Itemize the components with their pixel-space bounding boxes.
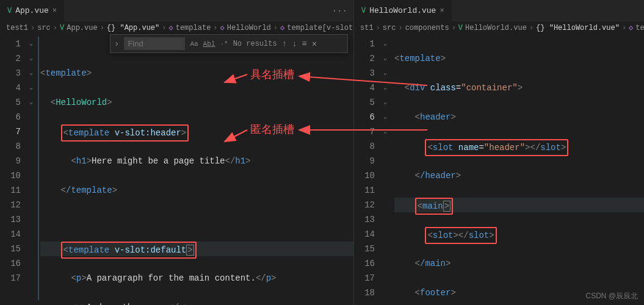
close-icon[interactable]: × [440,7,444,15]
close-icon[interactable]: × [52,7,57,15]
find-in-selection-icon[interactable]: ≡ [302,39,306,49]
find-bar: › Aa Abl ·* No results ↑ ↓ ≡ ✕ [110,34,348,53]
code-right[interactable]: <template> <div class="container"> <head… [392,34,644,305]
fold-gutter[interactable]: ⌄⌄⌄ ⌄ ⌄ [29,34,38,305]
close-find-icon[interactable]: ✕ [312,38,317,49]
regex[interactable]: ·* [220,40,228,48]
named-slot-usage: <template v-slot:header> [61,124,189,142]
annotation-anon-slot: 匿名插槽 [250,122,294,137]
tab-label: App.vue [15,6,49,15]
annotation-named-slot: 具名插槽 [250,67,294,82]
tabs-left: V App.vue × ··· [0,0,353,21]
match-word[interactable]: Abl [203,40,215,48]
match-case[interactable]: Aa [190,40,198,48]
breadcrumb-left[interactable]: test1› src› VApp.vue› {} "App.vue"› ◇tem… [0,21,353,34]
gutter-right: 123 456 789 101112 131415 161718 [354,34,383,305]
main-wrap: <main> [415,198,453,215]
gutter-left: 123 456 789 101112 131415 1617 [0,34,29,305]
editor-left[interactable]: 123 456 789 101112 131415 1617 ⌄⌄⌄ ⌄ ⌄ <… [0,34,353,305]
slot-header-def: <slot name="header"></slot> [425,139,568,156]
find-expand-icon[interactable]: › [114,39,119,49]
tab-app-vue[interactable]: V App.vue × [0,0,65,21]
vue-icon: V [361,7,366,15]
fold-gutter-right[interactable]: ⌄⌄⌄ ⌄⌄ ⌄⌄ [383,34,392,305]
tab-label: HelloWorld.vue [369,6,436,15]
tab-overflow[interactable]: ··· [326,0,353,21]
watermark: CSDN @辰辰北 [585,291,638,301]
find-results: No results [233,40,277,48]
prev-match-icon[interactable]: ↑ [282,39,287,49]
vue-icon: V [7,7,12,15]
code-left[interactable]: <template> <HelloWorld> <template v-slot… [38,34,353,305]
find-input[interactable] [124,37,185,50]
default-slot-usage: <template v-slot:default> [61,242,197,259]
editor-right[interactable]: 123 456 789 101112 131415 161718 ⌄⌄⌄ ⌄⌄ … [354,34,644,305]
slot-default-def: <slot></slot> [425,227,496,244]
tabs-right: V HelloWorld.vue × [354,0,644,21]
breadcrumb-right[interactable]: st1› src› components› VHelloWorld.vue› {… [354,21,644,34]
next-match-icon[interactable]: ↓ [292,39,297,49]
tab-helloworld-vue[interactable]: V HelloWorld.vue × [354,0,452,21]
